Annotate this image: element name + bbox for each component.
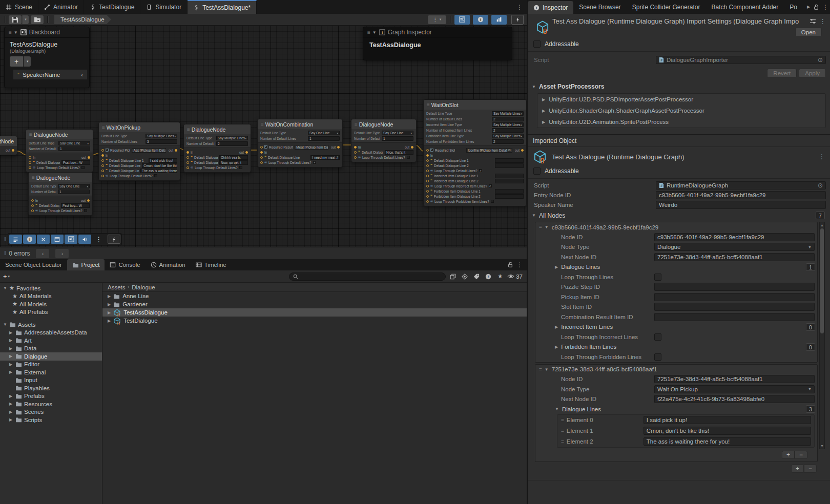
scrollbar-thumb[interactable] [820,228,824,333]
tree-item-scenes[interactable]: ▶Scenes [0,408,102,416]
node-port-row[interactable]: ∞Loop Through Default Lines? [351,155,416,160]
node-port-row[interactable]: “Default Dialogue LineI need my meat :) [258,155,342,160]
addressable-checkbox[interactable] [533,167,541,175]
port-dot[interactable] [101,149,104,152]
tab-po[interactable]: Po [784,0,803,14]
foldout-arrow-icon[interactable]: ▼ [372,30,377,35]
tree-item-scripts[interactable]: ▶Scripts [0,416,102,424]
port-dot[interactable] [31,199,34,202]
node-collapse-icon[interactable]: ≡ [102,124,105,130]
array-size[interactable]: 0 [806,343,815,351]
node-collapse-icon[interactable]: ≡ [32,175,34,180]
parameter-value[interactable]: Say Multiple Lines▾ [146,134,177,138]
foldout-arrow-icon[interactable]: ▼ [545,225,549,229]
node-port-row[interactable]: “Incorrect Item Dialogue Line 1 [424,173,526,178]
port-dot[interactable] [186,156,189,159]
node-port-row[interactable]: “Forbidden Item Dialogue Line 1 [424,188,526,194]
node-type-field[interactable]: Wait On Pickup▼ [654,385,815,393]
loop-checkbox[interactable]: ✓ [489,184,492,187]
foldout-arrow-icon[interactable]: ▶ [9,394,13,398]
node-entry-header[interactable]: =▼c93b5606-401f-49a2-99b5-9ecbf1fa9c29 [535,222,817,232]
graph-inspector-header[interactable]: ≡ ▼ i Graph Inspector [363,27,512,38]
graph-tool-listIc[interactable] [9,235,22,244]
graph-breadcrumb[interactable]: TestAssDialogue [54,15,107,24]
tab-scroll-icon[interactable]: ▶ [807,5,810,9]
foldout-arrow-icon[interactable]: ▶ [555,325,558,329]
node-port-row[interactable]: Required Result ItemMeat [Pickup Item Da… [258,144,342,150]
nodes-list-scrollbar[interactable]: ▲▼ [819,222,825,449]
graph-inspector-panel[interactable]: ≡ ▼ i Graph Inspector TestAssDialogue [363,27,512,60]
node-port-row[interactable]: SpeakerNameout [0,148,17,153]
element-value-field[interactable]: I said pick it up! [644,416,811,424]
visible-count[interactable]: 37 [507,274,524,280]
file-item-testdialogue[interactable]: ▶{}TestDialogue [102,317,527,325]
element-value-field[interactable]: The ass is waiting there for you! [644,437,811,446]
parameter-value[interactable]: 2 [492,128,524,133]
tab-scene[interactable]: Scene [0,0,38,14]
drag-handle-icon[interactable]: ‖ [4,237,6,242]
foldout-arrow-icon[interactable]: ▼ [555,407,559,411]
graph-tool-windowIc[interactable] [51,235,64,244]
loop-through-forbidden-lines-checkbox[interactable] [654,353,661,361]
parameter-value[interactable]: 3 [146,139,177,144]
drag-handle-icon[interactable]: = [561,439,564,445]
parameter-value[interactable]: 2 [216,141,248,146]
tree-item-resources[interactable]: ▶Resources [0,400,102,408]
kebab-menu-icon[interactable]: ⋮ [516,4,523,11]
port-dot[interactable] [12,149,14,152]
scroll-up-icon[interactable]: ▲ [820,222,824,228]
tab-project[interactable]: Project [67,259,105,270]
port-dot[interactable] [426,195,429,198]
node-port-row[interactable]: Required PickupAss [Pickup Item Data]⊙ou… [99,148,180,153]
show-in-project-button[interactable] [31,15,44,24]
node-port-row[interactable]: Inout [184,150,251,155]
node-port-row[interactable]: “Default Dialogue Line 2 [424,163,526,168]
foldout-row-dialogue-lines[interactable]: ▼Dialogue Lines3 [535,404,817,414]
node-port-row[interactable]: ∞Loop Through Default Lines? [99,173,180,178]
node-port-row[interactable]: ∞Loop Through Incorrect Item Lines?✓ [424,183,526,188]
graph-tool-audio[interactable] [78,235,91,244]
line-text-field[interactable]: Now, go get, t [219,160,248,165]
kebab-menu-icon[interactable]: ⋮ [819,153,825,160]
tab-timeline[interactable]: Timeline [191,259,232,270]
search-field[interactable] [289,272,446,281]
port-dot[interactable] [260,146,263,149]
port-dot[interactable] [354,156,357,159]
toggle-minimap-button[interactable] [491,15,507,25]
file-item-anne-lise[interactable]: ▶Anne Lise [102,292,527,300]
port-dot[interactable] [260,161,263,164]
puzzle-step-id-field[interactable] [654,283,815,291]
live-preview-button[interactable] [511,15,524,25]
node-port-row[interactable]: “Incorrect Item Dialogue Line 2 [424,178,526,183]
tab-simulator[interactable]: Simulator [140,0,188,14]
drag-handle-icon[interactable]: = [561,417,564,423]
node-id-field[interactable]: c93b5606-401f-49a2-99b5-9ecbf1fa9c29 [654,233,815,241]
line-text-field[interactable] [495,179,524,183]
foldout-arrow-icon[interactable]: ▶ [9,410,13,414]
line-text-field[interactable]: I said pick it up! [149,158,177,163]
line-text-field[interactable] [495,163,524,168]
add-node-button[interactable]: + [791,465,804,473]
tree-item-external[interactable]: ▶External [0,368,102,376]
array-size[interactable]: 3 [806,405,815,413]
all-nodes-foldout[interactable]: ▼ All Nodes 7 [528,209,830,221]
parameter-value[interactable]: Say One Line▾ [308,131,340,135]
node-port-row[interactable]: Inout [29,198,92,203]
node-port-row[interactable]: Inout [26,155,93,160]
port-dot[interactable] [426,154,429,157]
kebab-menu-icon[interactable]: ⋮ [820,18,826,25]
node-port-row[interactable]: Inout [351,144,416,150]
addressable-checkbox[interactable] [533,40,541,48]
parameter-value[interactable]: Say Multiple Lines▾ [492,111,524,116]
line-text-field[interactable]: Cmon, don't be like this! [142,163,177,168]
tree-item-data[interactable]: ▶Data [0,345,102,353]
chevron-left-icon[interactable]: ‹ [81,72,83,78]
node-port-row[interactable]: “Default Dialogue LineNice, that's it [351,150,416,155]
filter-by-type-button[interactable] [460,274,469,280]
tab-console[interactable]: Console [105,259,145,270]
element-row[interactable]: =Element 1Cmon, don't be like this! [557,426,814,436]
node-port-row[interactable]: ∞Loop Through Default Lines?✓ [424,168,526,173]
graph-node-startnode[interactable]: ≡StartNodeSpeakerNameout [0,136,17,155]
port-dot[interactable] [260,156,263,159]
node-port-row[interactable]: ∞Loop Through Forbidden Item Lines? [424,199,526,204]
